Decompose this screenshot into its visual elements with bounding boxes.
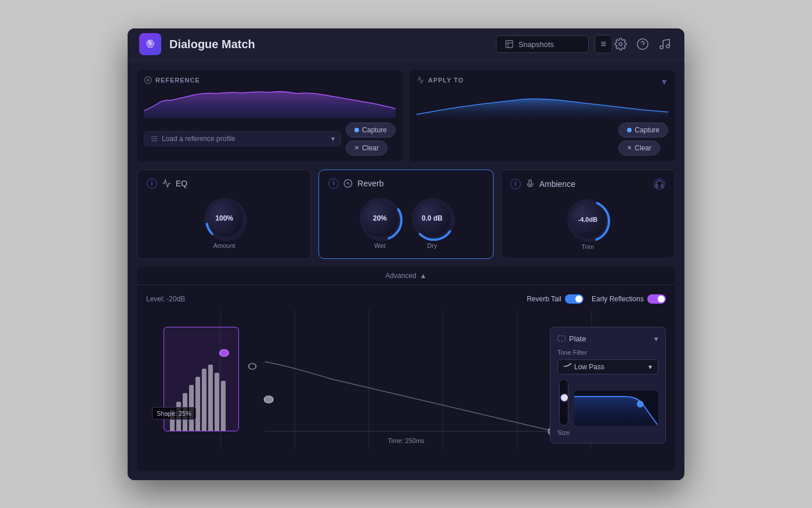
ambience-trim-value: -4.0dB (578, 216, 598, 223)
size-slider[interactable] (559, 379, 568, 426)
reference-label: REFERENCE (144, 76, 396, 84)
ref-section: REFERENCE (137, 70, 675, 161)
reverb-wet-value: 20% (373, 214, 387, 222)
reverb-info-icon[interactable]: i (328, 178, 339, 189)
svg-point-10 (147, 79, 149, 81)
early-reflections-switch[interactable] (647, 294, 666, 304)
early-reflections-thumb (658, 296, 665, 302)
reverb-module: i Reverb 20% (318, 170, 493, 259)
hamburger-button[interactable]: ≡ (594, 35, 612, 53)
reverb-type-label: Plate (569, 334, 586, 343)
reverb-dry-label: Dry (427, 242, 437, 249)
svg-rect-1 (506, 41, 513, 48)
lowpass-curve (574, 391, 658, 426)
title-right-icons (612, 36, 673, 52)
time-label: Time: 250ms (387, 437, 424, 444)
low-pass-chevron: ▾ (648, 363, 652, 371)
load-profile-label: Load a reference profile (162, 135, 328, 143)
advanced-content: Level: -20dB Reverb Tail Early Reflectio… (137, 285, 675, 471)
snapshots-label: Snapshots (519, 40, 554, 49)
svg-point-35 (637, 401, 643, 407)
apply-to-controls: Capture ✕ Clear (416, 123, 668, 156)
app-title: Dialogue Match (169, 38, 496, 51)
ambience-trim-knob-wrap: -4.0dB Trim (567, 199, 608, 250)
modules-row: i EQ 100% (137, 170, 675, 259)
reverb-tail-toggle[interactable]: Reverb Tail (527, 294, 583, 304)
dropdown-arrow: ▾ (331, 135, 335, 143)
reverb-type-left: Plate (557, 334, 586, 343)
low-pass-label: Low Pass (574, 363, 648, 371)
advanced-header-row: Level: -20dB Reverb Tail Early Reflectio… (146, 294, 666, 304)
collapse-icon[interactable]: ▼ (660, 77, 668, 87)
hamburger-icon: ≡ (601, 39, 606, 49)
settings-icon[interactable] (612, 36, 629, 52)
ambience-info-icon[interactable]: i (510, 179, 521, 189)
app-logo (139, 33, 161, 55)
reverb-dry-value: 0.0 dB (422, 214, 443, 222)
advanced-toggle[interactable]: Advanced ▲ (137, 267, 675, 285)
reverb-tail-label: Reverb Tail (527, 295, 561, 303)
capture-dot (354, 128, 359, 132)
eq-label: EQ (176, 179, 187, 188)
reverb-dry-knob[interactable]: 0.0 dB (412, 198, 452, 239)
reverb-wet-label: Wet (374, 242, 385, 249)
size-slider-thumb (560, 393, 569, 402)
advanced-section: Advanced ▲ Level: -20dB Reverb Tail (137, 267, 675, 471)
reverb-panel-header: Plate ▾ (557, 334, 658, 343)
svg-point-0 (148, 42, 152, 45)
reference-controls: Load a reference profile ▾ Capture ✕ Cle… (144, 123, 396, 156)
apply-to-label: APPLY TO (416, 76, 668, 84)
load-profile-dropdown[interactable]: Load a reference profile ▾ (144, 131, 341, 146)
eq-amount-knob[interactable]: 100% (204, 198, 245, 239)
main-content: REFERENCE (128, 61, 684, 480)
help-icon[interactable] (635, 36, 651, 52)
shape-label: Shape: 25% (152, 407, 196, 420)
toggle-group: Reverb Tail Early Reflections (527, 294, 666, 304)
env-bar (208, 365, 213, 431)
reverb-type-chevron[interactable]: ▾ (654, 334, 658, 343)
eq-module: i EQ 100% (137, 170, 311, 259)
reverb-wet-knob-wrap: 20% Wet (360, 198, 400, 249)
eq-header: i EQ (147, 178, 302, 189)
env-bar (195, 377, 200, 431)
reverb-wet-knob[interactable]: 20% (360, 198, 400, 239)
snapshots-button[interactable]: Snapshots (496, 35, 589, 53)
eq-amount-label: Amount (213, 242, 235, 249)
eq-amount-value: 100% (215, 214, 233, 222)
title-bar: Dialogue Match Snapshots ≡ (128, 28, 684, 61)
reverb-header: i Reverb (328, 178, 483, 189)
plate-icon (557, 336, 566, 341)
ambience-trim-label: Trim (582, 243, 594, 250)
reverb-label: Reverb (357, 179, 383, 188)
apply-to-panel: APPLY TO (409, 70, 675, 161)
tone-filter-label: Tone Filter (557, 349, 658, 356)
size-slider-wrap: Size (557, 379, 658, 436)
app-window: Dialogue Match Snapshots ≡ (128, 28, 684, 480)
apply-capture-button[interactable]: Capture (618, 123, 668, 138)
ambience-label: Ambience (539, 179, 575, 189)
reference-clear-button[interactable]: ✕ Clear (346, 140, 387, 156)
ambience-knobs: -4.0dB Trim (510, 199, 665, 250)
apply-clear-x-icon: ✕ (627, 145, 632, 151)
ambience-headphone-icon[interactable] (654, 178, 665, 190)
lowpass-icon (564, 363, 572, 371)
eq-info-icon[interactable]: i (147, 178, 157, 189)
reverb-tail-switch[interactable] (565, 294, 583, 304)
env-bar (215, 373, 219, 431)
tone-filter-select[interactable]: Low Pass ▾ (557, 359, 658, 374)
reference-waveform (144, 88, 396, 118)
ambience-trim-knob[interactable]: -4.0dB (567, 199, 608, 240)
midi-icon[interactable] (657, 36, 673, 52)
reverb-tail-thumb (575, 296, 582, 302)
ambience-header: i Ambience (510, 178, 665, 190)
env-bar (202, 369, 206, 431)
reverb-dry-knob-wrap: 0.0 dB Dry (412, 198, 452, 249)
svg-point-31 (249, 363, 256, 369)
early-reflections-label: Early Reflections (592, 295, 644, 303)
reference-capture-button[interactable]: Capture (346, 123, 396, 138)
reverb-knobs: 20% Wet 0.0 dB Dry (328, 198, 483, 249)
apply-capture-dot (627, 128, 632, 132)
apply-to-buttons: Capture ✕ Clear (618, 123, 668, 156)
apply-clear-button[interactable]: ✕ Clear (618, 140, 660, 156)
early-reflections-toggle[interactable]: Early Reflections (592, 294, 666, 304)
